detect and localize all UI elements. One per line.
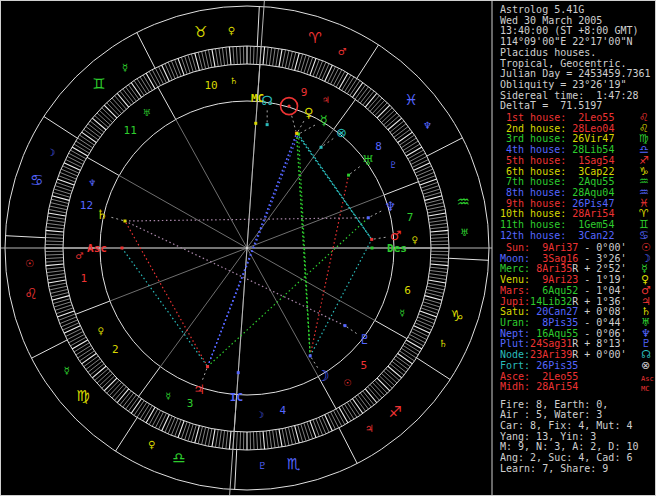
position-dot-jupi [206, 365, 209, 368]
planet-glyph-venu: ♀ [304, 105, 314, 120]
planet-glyph-moon: ☽ [316, 367, 329, 385]
sign-glyph-cancer: ♋ [30, 171, 43, 189]
planet-glyph-mars: ♂ [390, 228, 402, 243]
planet-glyph-merc: ☿ [320, 113, 328, 128]
natal-chart-wheel: ♈♂♉♀♊☿♋☽♌☉♍☿♎♀♏♇♐♃♑♄♒♅♓♆1♂2♀3☿4☽5☉6☿7♀8♇… [1, 1, 497, 496]
sign-ruler-icon: ♅ [460, 227, 469, 238]
house-ruler-icon: ♄ [230, 76, 238, 86]
planet-glyph-fort: ⊗ [336, 125, 347, 140]
house-ruler-icon: ♂ [75, 251, 83, 261]
stats-line: Learn: 7, Share: 9 [500, 464, 638, 475]
house-ruler-icon: ☿ [165, 391, 171, 401]
houses-table: 1st house: 2Leo55♌ 2nd house: 28Leo04♌ 3… [500, 113, 614, 242]
house-number-8: 8 [375, 140, 382, 153]
wheel-center [246, 247, 248, 249]
planets-table: Sun: 9Ari37 - 0°00'☉Moon: 3Sag16 - 3°26'… [500, 243, 626, 393]
sign-ruler-icon: ☽ [46, 147, 55, 158]
planet-glyph-node: ☊ [261, 93, 273, 108]
astrolog-window: ♈♂♉♀♊☿♋☽♌☉♍☿♎♀♏♇♐♃♑♄♒♅♓♆1♂2♀3☿4☽5☉6☿7♀8♇… [0, 0, 656, 496]
house-ruler-icon: ♅ [143, 108, 151, 118]
planet-glyph-nept: ♆ [384, 199, 396, 214]
position-dot-plut [343, 324, 346, 327]
house-number-3: 3 [187, 397, 194, 410]
house-ruler-icon: ♇ [389, 160, 397, 170]
planet-row: Midh: 28Ari54MC [500, 382, 626, 393]
axis-label-ic: IC [230, 391, 243, 404]
planet-glyph-uran: ♅ [362, 153, 374, 168]
sign-glyph-scorpio: ♏ [287, 455, 301, 473]
house-ruler-icon: ☿ [399, 308, 405, 318]
planet-icon: Asc [641, 374, 654, 385]
planet-glyph-sun-dot [287, 104, 290, 107]
position-dot-uran [347, 174, 350, 177]
sign-glyph-sagittarius: ♐ [388, 403, 401, 421]
house-number-7: 7 [407, 211, 414, 224]
axis-dot-mc [254, 122, 257, 125]
position-dot-fort [320, 146, 323, 149]
house-row: 12th house: 3Can22♋ [500, 231, 614, 242]
sign-glyph-taurus: ♉ [194, 23, 207, 41]
house-number-10: 10 [204, 79, 217, 92]
sign-glyph-leo: ♌ [24, 285, 37, 303]
sign-glyph-capricorn: ♑ [451, 307, 464, 325]
sign-ruler-icon: ♀ [148, 439, 155, 450]
house-ruler-icon: ☉ [343, 378, 351, 388]
axis-dot-asc [121, 247, 124, 250]
position-dot-mars [370, 238, 373, 241]
house-ruler-icon: ♀ [97, 326, 104, 336]
axis-label-asc: Asc [87, 242, 107, 255]
position-dot-moon [309, 354, 312, 357]
sign-glyph-aries: ♈ [308, 29, 321, 47]
sign-ruler-icon: ☿ [63, 365, 69, 376]
sign-ruler-icon: ♄ [439, 338, 448, 349]
house-number-2: 2 [112, 343, 119, 356]
sign-ruler-icon: ♂ [338, 46, 347, 57]
position-dot-nept [367, 216, 370, 219]
planet-glyph-plut: ♇ [359, 332, 371, 347]
planet-glyph-satu: ♄ [96, 207, 108, 222]
house-number-9: 9 [301, 86, 308, 99]
planet-icon: MC [641, 384, 649, 395]
position-dot-node [266, 123, 269, 126]
house-number-11: 11 [124, 124, 137, 137]
stats-table: Fire: 8, Earth: 0,Air : 5, Water: 3Car: … [500, 400, 638, 475]
sign-glyph-pisces: ♓ [404, 91, 417, 109]
sign-ruler-icon: ☉ [25, 258, 34, 269]
house-number-4: 4 [280, 404, 287, 417]
sign-ruler-icon: ☿ [122, 62, 128, 73]
sign-glyph-libra: ♎ [172, 449, 185, 467]
house-number-5: 5 [360, 359, 367, 372]
sign-ruler-icon: ♆ [423, 120, 432, 131]
sign-glyph-virgo: ♍ [76, 387, 89, 405]
zodiac-sign-icon: ♋ [639, 230, 649, 241]
house-ruler-icon: ☽ [256, 410, 264, 420]
house-number-1: 1 [81, 272, 88, 285]
axis-dot-des [371, 247, 374, 250]
planet-glyph-jupi: ♃ [193, 382, 205, 397]
house-ruler-icon: ♃ [322, 95, 330, 105]
axis-dot-ic [237, 371, 240, 374]
header-line: DeltaT = 71.5197 [500, 101, 651, 112]
sign-ruler-icon: ♀ [228, 25, 235, 36]
sign-ruler-icon: ♇ [258, 460, 267, 471]
position-dot-satu [123, 220, 126, 223]
house-ruler-icon: ♀ [412, 235, 419, 245]
planet-icon: ⊗ [641, 360, 650, 371]
sign-ruler-icon: ♃ [365, 423, 374, 434]
chart-header: Astrolog 5.41GWed 30 March 200513:40:00 … [500, 5, 651, 112]
sign-glyph-aquarius: ♒ [456, 193, 469, 211]
house-number-12: 12 [80, 199, 93, 212]
position-dot-venu [295, 132, 298, 135]
house-ruler-icon: ♆ [88, 178, 96, 188]
house-number-6: 6 [404, 284, 411, 297]
sign-glyph-gemini: ♊ [92, 75, 105, 93]
axis-label-des: Des [387, 242, 407, 255]
